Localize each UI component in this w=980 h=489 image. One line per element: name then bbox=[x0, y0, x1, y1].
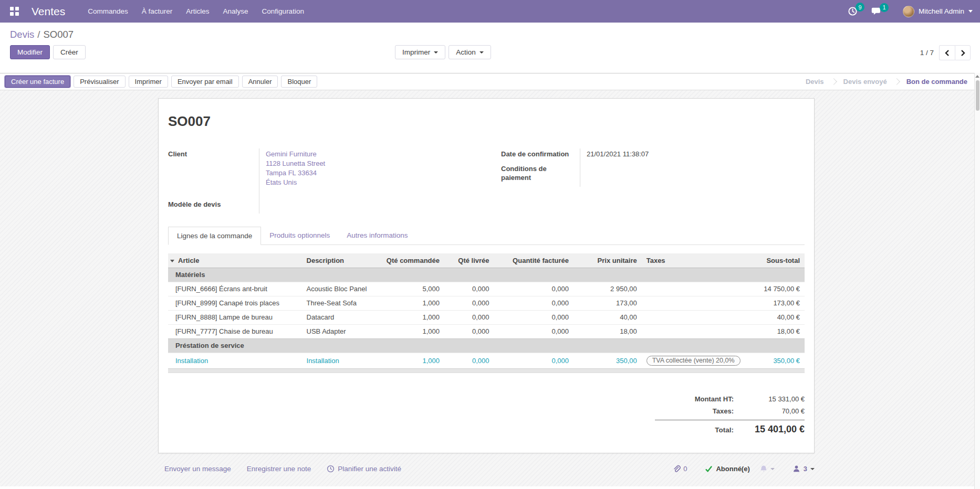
status-stages: Devis Devis envoyé Bon de commande bbox=[806, 78, 967, 86]
col-unit-price[interactable]: Prix unitaire bbox=[574, 253, 642, 268]
follower-count: 3 bbox=[804, 465, 807, 473]
create-invoice-button[interactable]: Créer une facture bbox=[5, 76, 70, 88]
scrollbar-thumb[interactable] bbox=[976, 80, 979, 111]
form-view: SO007 Client Gemini Furniture 1128 Lunet… bbox=[0, 90, 980, 486]
confirmation-date-value: 21/01/2021 11:38:07 bbox=[580, 148, 805, 163]
activity-count-badge: 9 bbox=[856, 3, 864, 12]
pager-count[interactable]: 1 / 7 bbox=[920, 49, 934, 57]
tax-badge: TVA collectée (vente) 20,0% bbox=[647, 356, 741, 366]
order-reference: SO007 bbox=[168, 113, 805, 130]
quotation-template-label: Modèle de devis bbox=[168, 199, 259, 214]
action-menus: Imprimer Action bbox=[395, 45, 491, 59]
breadcrumb: Devis/SO007 bbox=[10, 29, 972, 40]
totals-block: Montant HT: 15 331,00 € Taxes: 70,00 € T… bbox=[655, 393, 805, 437]
chevron-down-icon bbox=[968, 10, 973, 13]
action-menu-button[interactable]: Action bbox=[449, 45, 491, 59]
collapse-caret-icon[interactable] bbox=[170, 260, 174, 262]
col-article[interactable]: Article bbox=[178, 257, 199, 264]
schedule-activity-link[interactable]: Planifier une activité bbox=[327, 465, 401, 473]
followers-button[interactable]: 3 bbox=[793, 465, 815, 473]
activity-clock-icon[interactable]: 9 bbox=[848, 6, 858, 16]
edit-button[interactable]: Modifier bbox=[10, 45, 50, 59]
send-message-link[interactable]: Envoyer un message bbox=[164, 465, 231, 473]
table-row[interactable]: Installation Installation 1,000 0,000 0,… bbox=[168, 353, 805, 368]
breadcrumb-devis-link[interactable]: Devis bbox=[10, 29, 34, 40]
col-qty-delivered[interactable]: Qté livrée bbox=[444, 253, 494, 268]
table-row[interactable]: [FURN_6666] Écrans ant-bruit Acoustic Bl… bbox=[168, 282, 805, 296]
cancel-button[interactable]: Annuler bbox=[242, 76, 278, 88]
bell-icon bbox=[759, 465, 768, 473]
stage-devis[interactable]: Devis bbox=[806, 78, 824, 86]
payment-terms-label: Conditions de paiement bbox=[501, 163, 580, 187]
pager-previous-button[interactable] bbox=[939, 45, 955, 60]
col-qty-invoiced[interactable]: Quantité facturée bbox=[494, 253, 574, 268]
app-name[interactable]: Ventes bbox=[32, 5, 65, 18]
create-button[interactable]: Créer bbox=[53, 45, 86, 59]
nav-item-a-facturer[interactable]: À facturer bbox=[135, 0, 180, 23]
nav-item-configuration[interactable]: Configuration bbox=[255, 0, 311, 23]
col-qty-ordered[interactable]: Qté commandée bbox=[377, 253, 444, 268]
apps-menu-icon[interactable] bbox=[5, 3, 23, 20]
table-row[interactable]: [FURN_8888] Lampe de bureau Datacard 1,0… bbox=[168, 310, 805, 324]
chevron-down-icon bbox=[770, 468, 775, 470]
quotation-template-value bbox=[259, 199, 472, 214]
send-email-button[interactable]: Envoyer par email bbox=[171, 76, 239, 88]
notebook-tabs: Lignes de la commande Produits optionnel… bbox=[168, 226, 805, 245]
col-description[interactable]: Description bbox=[302, 253, 377, 268]
scroll-up-button[interactable] bbox=[975, 73, 980, 80]
sale-order-sheet: SO007 Client Gemini Furniture 1128 Lunet… bbox=[158, 98, 815, 453]
print-button[interactable]: Imprimer bbox=[129, 76, 168, 88]
nav-item-commandes[interactable]: Commandes bbox=[81, 0, 135, 23]
col-subtotal[interactable]: Sous-total bbox=[752, 253, 805, 268]
top-navbar: Ventes Commandes À facturer Articles Ana… bbox=[0, 0, 980, 23]
chevron-down-icon bbox=[434, 51, 438, 54]
stage-bon-de-commande[interactable]: Bon de commande bbox=[906, 78, 967, 86]
stage-devis-envoye[interactable]: Devis envoyé bbox=[843, 78, 887, 86]
untaxed-amount-value: 15 331,00 € bbox=[734, 395, 805, 403]
user-avatar bbox=[903, 6, 914, 17]
person-icon bbox=[793, 465, 800, 473]
log-note-link[interactable]: Enregistrer une note bbox=[247, 465, 311, 473]
preview-button[interactable]: Prévisualiser bbox=[74, 76, 125, 88]
stage-arrow-icon bbox=[830, 78, 837, 85]
chevron-down-icon bbox=[810, 468, 815, 470]
table-header-row: Article Description Qté commandée Qté li… bbox=[168, 253, 805, 268]
col-taxes[interactable]: Taxes bbox=[642, 253, 752, 268]
user-name: Mitchell Admin bbox=[919, 7, 964, 15]
stage-arrow-icon bbox=[893, 78, 900, 85]
pager-next-button[interactable] bbox=[955, 45, 971, 60]
notification-bell-button[interactable] bbox=[759, 465, 775, 473]
section-row-prestation: Préstation de service bbox=[168, 338, 805, 353]
attachment-count: 0 bbox=[683, 465, 687, 473]
lock-button[interactable]: Bloquer bbox=[281, 76, 317, 88]
order-lines-table: Article Description Qté commandée Qté li… bbox=[168, 253, 805, 368]
total-value: 15 401,00 € bbox=[734, 424, 805, 435]
nav-item-analyse[interactable]: Analyse bbox=[216, 0, 255, 23]
print-menu-button[interactable]: Imprimer bbox=[395, 45, 445, 59]
taxes-value: 70,00 € bbox=[734, 407, 805, 415]
check-icon bbox=[705, 465, 713, 472]
payment-terms-value bbox=[580, 163, 805, 187]
attachments-button[interactable]: 0 bbox=[672, 465, 687, 473]
client-address-link[interactable]: Gemini Furniture 1128 Lunetta Street Tam… bbox=[259, 148, 472, 199]
table-row[interactable]: [FURN_7777] Chaise de bureau USB Adapter… bbox=[168, 324, 805, 338]
vertical-scrollbar[interactable] bbox=[974, 73, 980, 489]
messages-icon[interactable]: 1 bbox=[871, 7, 882, 16]
breadcrumb-separator: / bbox=[37, 29, 40, 40]
user-menu[interactable]: Mitchell Admin bbox=[903, 6, 973, 17]
clock-icon bbox=[327, 465, 335, 473]
statusbar: Créer une facture Prévisualiser Imprimer… bbox=[0, 73, 980, 90]
nav-item-articles[interactable]: Articles bbox=[179, 0, 216, 23]
tab-optional-products[interactable]: Produits optionnels bbox=[261, 227, 338, 245]
table-row[interactable]: [FURN_8999] Canapé trois places Three-Se… bbox=[168, 296, 805, 310]
breadcrumb-current: SO007 bbox=[43, 29, 74, 40]
tab-other-info[interactable]: Autres informations bbox=[338, 227, 416, 245]
chatter: Envoyer un message Enregistrer une note … bbox=[158, 465, 815, 473]
following-button[interactable]: Abonné(e) bbox=[705, 465, 749, 473]
section-row-materiels: Matériels bbox=[168, 268, 805, 282]
table-footer-strip bbox=[168, 368, 805, 373]
paperclip-icon bbox=[672, 465, 681, 473]
pager: 1 / 7 bbox=[920, 45, 971, 60]
untaxed-amount-label: Montant HT: bbox=[695, 395, 734, 403]
tab-order-lines[interactable]: Lignes de la commande bbox=[168, 227, 261, 245]
